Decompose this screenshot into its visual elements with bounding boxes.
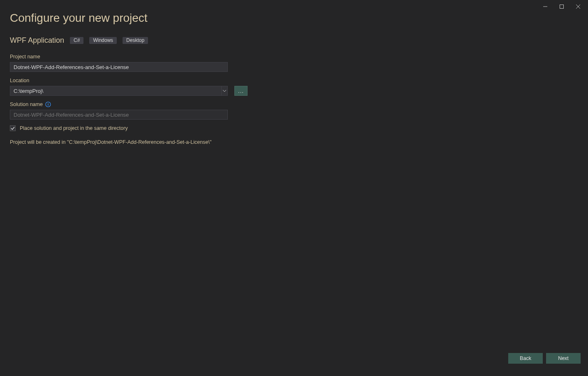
location-label: Location (10, 78, 380, 83)
next-button[interactable]: Next (546, 353, 581, 364)
solution-name-input (10, 110, 228, 120)
solution-name-label: Solution name (10, 101, 43, 107)
location-input[interactable] (10, 86, 221, 96)
svg-rect-0 (560, 5, 564, 9)
back-button[interactable]: Back (508, 353, 543, 364)
minimize-button[interactable] (538, 1, 553, 12)
window-controls (538, 0, 588, 13)
svg-point-2 (48, 103, 49, 104)
next-button-label: Next (558, 355, 569, 361)
browse-button[interactable]: ... (234, 86, 248, 96)
project-name-input[interactable] (10, 62, 228, 72)
same-directory-label: Place solution and project in the same d… (20, 125, 128, 131)
browse-button-label: ... (238, 88, 244, 94)
template-tag: C# (70, 37, 83, 44)
project-name-label: Project name (10, 54, 380, 60)
page-title: Configure your new project (10, 12, 380, 25)
path-preview: Project will be created in "C:\tempProj\… (10, 139, 380, 145)
close-button[interactable] (571, 1, 586, 12)
svg-rect-3 (48, 104, 48, 106)
info-icon[interactable] (45, 101, 51, 107)
location-combo[interactable] (10, 86, 228, 96)
same-directory-checkbox[interactable] (10, 125, 16, 131)
maximize-button[interactable] (554, 1, 569, 12)
template-name: WPF Application (10, 36, 64, 45)
template-tag: Desktop (123, 37, 148, 44)
back-button-label: Back (520, 355, 531, 361)
dropdown-arrow-icon[interactable] (221, 86, 228, 96)
template-tag: Windows (89, 37, 117, 44)
template-header: WPF Application C# Windows Desktop (10, 36, 380, 45)
